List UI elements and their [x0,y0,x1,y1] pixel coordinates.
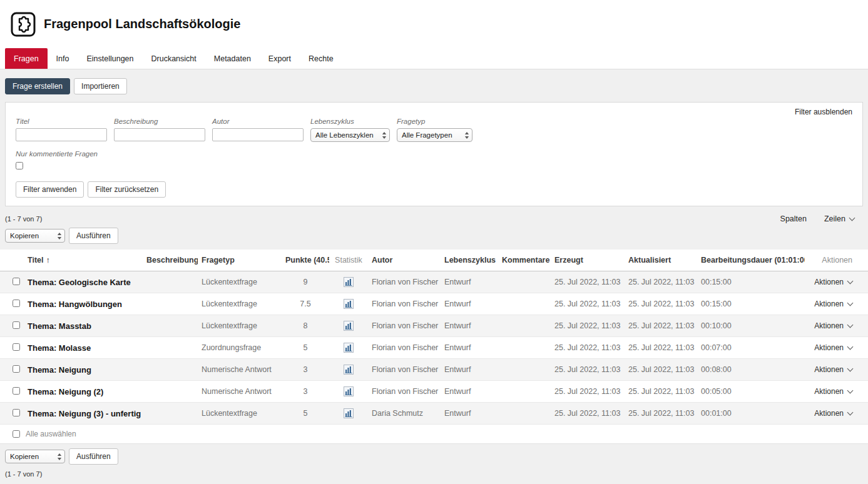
question-comments [498,337,551,359]
header-titel[interactable]: Titel↑ [24,250,143,271]
row-checkbox[interactable] [13,343,20,351]
statistics-icon[interactable] [344,386,354,396]
columns-dropdown[interactable]: Spalten [780,214,807,223]
statistics-icon[interactable] [344,277,354,287]
chevron-down-icon [847,387,854,393]
filter-beschreibung-input[interactable] [114,128,205,141]
filter-titel-label: Titel [16,118,107,125]
filter-commented-checkbox[interactable] [16,162,23,169]
statistics-icon[interactable] [344,299,354,309]
row-checkbox[interactable] [13,321,20,329]
row-actions-dropdown[interactable]: Aktionen [814,278,852,286]
header-aktionen: Aktionen [805,250,868,271]
question-title-link[interactable]: Thema: Neigung (3) - unfertig [28,409,141,418]
question-points: 3 [282,381,329,403]
row-actions-label: Aktionen [814,343,844,352]
filter-field-fragetyp: Fragetyp Alle Fragetypen [397,118,472,142]
question-title-link[interactable]: Thema: Masstab [28,321,91,331]
filter-lebenszyklus-select[interactable]: Alle Lebenszyklen [310,128,390,142]
bulk-action-value: Kopieren [10,453,39,460]
statistics-icon[interactable] [344,365,354,375]
list-head: (1 - 7 von 7) Spalten Zeilen [5,214,863,223]
header-erzeugt[interactable]: Erzeugt [551,250,625,271]
rows-dropdown[interactable]: Zeilen [824,214,854,223]
app-header: Fragenpool Landschaftsökologie [0,0,868,48]
sort-ascending-icon[interactable]: ↑ [46,255,50,265]
statistics-icon[interactable] [344,343,354,353]
statistics-icon[interactable] [344,408,354,418]
question-title-link[interactable]: Thema: Neigung (2) [28,387,103,396]
question-title-link[interactable]: Thema: Neigung [28,365,91,375]
question-duration: 00:10:00 [697,315,805,337]
question-comments [498,359,551,381]
question-updated: 25. Jul 2022, 11:03 [625,403,697,425]
question-lifecycle: Entwurf [441,293,498,315]
question-description [143,293,198,315]
execute-button-bottom[interactable]: Ausführen [69,448,118,465]
bulk-action-bar-top: Kopieren Ausführen [5,228,863,244]
row-checkbox[interactable] [13,409,20,416]
import-button[interactable]: Importieren [74,78,127,94]
header-punkte[interactable]: Punkte (40.5) [282,250,329,271]
chevron-down-icon [847,300,854,306]
statistics-icon[interactable] [344,321,354,331]
row-checkbox[interactable] [13,300,20,307]
tab-metadaten[interactable]: Metadaten [205,48,260,69]
row-checkbox[interactable] [13,278,20,285]
tab-export[interactable]: Export [260,48,300,69]
header-titel-label: Titel [28,256,43,265]
questions-table: Titel↑ Beschreibung Fragetyp Punkte (40.… [0,250,868,425]
header-autor[interactable]: Autor [368,250,441,271]
row-actions-dropdown[interactable]: Aktionen [814,343,852,352]
tab-druckansicht[interactable]: Druckansicht [143,48,205,69]
question-comments [498,403,551,425]
filter-titel-input[interactable] [16,128,107,141]
rows-label: Zeilen [824,214,845,223]
row-actions-dropdown[interactable]: Aktionen [814,387,852,396]
apply-filter-button[interactable]: Filter anwenden [16,181,84,198]
tab-einstellungen[interactable]: Einstellungen [78,48,142,69]
create-question-button[interactable]: Frage erstellen [5,78,70,94]
bulk-action-select-top[interactable]: Kopieren [5,229,65,243]
row-actions-label: Aktionen [814,300,844,308]
row-checkbox[interactable] [13,365,20,373]
bulk-action-bar-bottom: Kopieren Ausführen [5,448,863,465]
tab-fragen[interactable]: Fragen [5,48,48,69]
question-points: 7.5 [282,293,329,315]
question-duration: 00:15:00 [697,293,805,315]
row-actions-dropdown[interactable]: Aktionen [814,409,852,418]
header-lebenszyklus[interactable]: Lebenszyklus [441,250,498,271]
reset-filter-button[interactable]: Filter zurücksetzen [88,181,166,198]
filter-fields: Titel Beschreibung Autor Lebenszyklus Al… [16,118,852,142]
question-duration: 00:15:00 [697,271,805,293]
chevron-down-icon [847,365,854,371]
question-title-link[interactable]: Thema: Geologische Karte [28,278,131,287]
question-lifecycle: Entwurf [441,403,498,425]
bulk-action-select-bottom[interactable]: Kopieren [5,450,65,463]
header-kommentare[interactable]: Kommentare [498,250,551,271]
header-beschreibung[interactable]: Beschreibung [143,250,198,271]
select-all-checkbox[interactable] [13,430,20,438]
question-title-link[interactable]: Thema: Molasse [28,343,91,353]
header-bearbeitungsdauer[interactable]: Bearbeitungsdauer (01:01:00) [697,250,805,271]
row-actions-dropdown[interactable]: Aktionen [814,300,852,308]
row-actions-dropdown[interactable]: Aktionen [814,365,852,374]
question-comments [498,381,551,403]
question-author: Daria Schmutz [368,403,441,425]
question-title-link[interactable]: Thema: Hangwölbungen [28,300,122,309]
row-checkbox[interactable] [13,387,20,395]
hide-filter-link[interactable]: Filter ausblenden [795,108,852,116]
header-aktualisiert[interactable]: Aktualisiert [625,250,697,271]
filter-field-autor: Autor [212,118,304,142]
bulk-action-value: Kopieren [10,232,39,239]
filter-fragetyp-select[interactable]: Alle Fragetypen [397,128,472,142]
execute-button-top[interactable]: Ausführen [69,228,118,244]
tab-rechte[interactable]: Rechte [300,48,342,69]
header-fragetyp[interactable]: Fragetyp [198,250,282,271]
tab-info[interactable]: Info [48,48,78,69]
table-header-row: Titel↑ Beschreibung Fragetyp Punkte (40.… [0,250,868,271]
question-points: 9 [282,271,329,293]
row-actions-dropdown[interactable]: Aktionen [814,321,852,330]
filter-autor-input[interactable] [212,128,304,141]
question-comments [498,271,551,293]
